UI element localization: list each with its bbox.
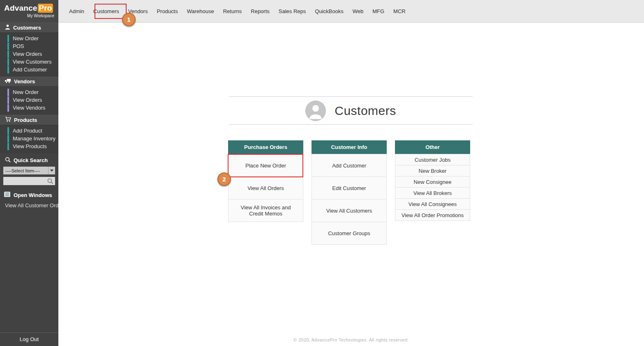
quick-search-input-wrap	[3, 177, 55, 185]
copyright-text: © 2020, AdvancePro Technologies. All rig…	[58, 337, 644, 342]
quick-search-header: Quick Search	[3, 156, 55, 167]
logo-text-advance: Advance	[4, 4, 37, 13]
column-purchase-orders: Purchase Orders Place New Order View All…	[228, 140, 303, 222]
sidebar-section-customers: Customers New Order POS View Orders View…	[0, 23, 58, 77]
search-icon	[5, 157, 11, 164]
app-logo: Advance Pro My Workspace	[0, 0, 58, 23]
chevron-down-icon[interactable]	[48, 167, 55, 174]
quick-search-title: Quick Search	[14, 157, 48, 163]
sidebar-item-add-product[interactable]: Add Product	[7, 127, 58, 135]
sidebar-section-title: Vendors	[14, 78, 35, 85]
sidebar-section-products-header: Products	[0, 115, 58, 125]
tab-returns[interactable]: Returns	[219, 0, 247, 23]
column-customer-info: Customer Info Add Customer Edit Customer…	[312, 140, 387, 245]
sidebar-section-title: Products	[14, 117, 37, 123]
quick-search-select-value: ----Select Item----	[3, 168, 48, 173]
logout-button[interactable]: Log Out	[0, 332, 58, 346]
tab-sales-reps[interactable]: Sales Reps	[274, 0, 310, 23]
menu-item-add-customer[interactable]: Add Customer	[312, 154, 387, 177]
cart-icon	[5, 117, 11, 123]
advancepro-workspace: Advance Pro My Workspace Customers New O…	[0, 0, 644, 346]
quick-search-item-select[interactable]: ----Select Item----	[3, 167, 55, 174]
sidebar-item-new-order[interactable]: New Order	[7, 35, 58, 42]
tab-mfg[interactable]: MFG	[368, 0, 389, 23]
menu-item-view-all-customers[interactable]: View All Customers	[312, 199, 387, 222]
page-header: Customers	[229, 97, 473, 124]
sidebar-customers-items: New Order POS View Orders View Customers…	[0, 33, 58, 77]
sidebar-item-vendor-new-order[interactable]: New Order	[7, 89, 58, 96]
open-windows-panel: Open Windows View All Customer Orde	[0, 188, 58, 210]
header-divider-bottom	[229, 124, 473, 125]
open-windows-title: Open Windows	[14, 192, 52, 198]
sidebar-products-items: Add Product Manage Inventory View Produc…	[0, 125, 58, 154]
open-window-view-all-customer-orders[interactable]: View All Customer Orde	[0, 201, 58, 210]
logo-text-pro: Pro	[38, 4, 53, 13]
sidebar-item-manage-inventory[interactable]: Manage Inventory	[7, 135, 58, 142]
column-other: Other Customer Jobs New Broker New Consi…	[395, 140, 470, 221]
column-purchase-orders-header: Purchase Orders	[228, 140, 303, 154]
open-windows-header: Open Windows	[0, 188, 58, 201]
sidebar-item-view-customers[interactable]: View Customers	[7, 58, 58, 66]
truck-icon	[5, 78, 11, 85]
menu-item-view-all-consignees[interactable]: View All Consignees	[395, 198, 470, 210]
sidebar-item-view-products[interactable]: View Products	[7, 143, 58, 150]
tab-products[interactable]: Products	[152, 0, 182, 23]
sidebar-section-customers-header: Customers	[0, 23, 58, 33]
page-title: Customers	[335, 104, 396, 118]
quick-search-panel: Quick Search ----Select Item----	[0, 154, 58, 188]
menu-item-view-all-brokers[interactable]: View All Brokers	[395, 187, 470, 199]
sidebar-section-products: Products Add Product Manage Inventory Vi…	[0, 115, 58, 154]
sidebar-item-add-customer[interactable]: Add Customer	[7, 66, 58, 73]
sidebar: Advance Pro My Workspace Customers New O…	[0, 0, 58, 346]
sidebar-item-pos[interactable]: POS	[7, 43, 58, 50]
menu-item-view-all-order-promotions[interactable]: View All Order Promotions	[395, 209, 470, 221]
tab-web[interactable]: Web	[348, 0, 368, 23]
menu-item-place-new-order[interactable]: Place New Order	[228, 154, 303, 177]
customers-avatar-icon	[305, 101, 326, 121]
menu-item-view-all-invoices-credit-memos[interactable]: View All Invoices and Credit Memos	[228, 199, 303, 222]
tab-admin[interactable]: Admin	[65, 0, 89, 23]
menu-item-edit-customer[interactable]: Edit Customer	[312, 176, 387, 199]
windows-list-icon	[4, 192, 10, 198]
sidebar-section-vendors: Vendors New Order View Orders View Vendo…	[0, 77, 58, 115]
logo-wordmark: Advance Pro	[4, 4, 55, 13]
top-navigation: Admin Customers Vendors Products Warehou…	[58, 0, 644, 23]
column-other-header: Other	[395, 140, 470, 154]
menu-item-new-consignee[interactable]: New Consignee	[395, 176, 470, 188]
sidebar-item-vendor-view-orders[interactable]: View Orders	[7, 96, 58, 104]
sidebar-section-vendors-header: Vendors	[0, 77, 58, 87]
menu-item-view-all-orders[interactable]: View All Orders	[228, 176, 303, 199]
sidebar-section-title: Customers	[13, 25, 41, 31]
tab-customers[interactable]: Customers	[89, 0, 124, 23]
sidebar-vendors-items: New Order View Orders View Vendors	[0, 87, 58, 115]
tab-vendors[interactable]: Vendors	[124, 0, 152, 23]
menu-item-customer-jobs[interactable]: Customer Jobs	[395, 154, 470, 165]
tab-mcr[interactable]: MCR	[389, 0, 410, 23]
search-submit-icon[interactable]	[47, 178, 53, 186]
logo-subtitle: My Workspace	[4, 14, 55, 18]
tab-reports[interactable]: Reports	[246, 0, 274, 23]
column-customer-info-header: Customer Info	[312, 140, 387, 154]
menu-item-customer-groups[interactable]: Customer Groups	[312, 222, 387, 245]
sidebar-item-view-vendors[interactable]: View Vendors	[7, 104, 58, 112]
sidebar-item-view-orders[interactable]: View Orders	[7, 50, 58, 58]
tab-quickbooks[interactable]: QuickBooks	[310, 0, 348, 23]
main-content: Customers Purchase Orders Place New Orde…	[58, 23, 644, 346]
user-icon	[5, 24, 10, 31]
tab-warehouse[interactable]: Warehouse	[182, 0, 219, 23]
menu-item-new-broker[interactable]: New Broker	[395, 165, 470, 176]
